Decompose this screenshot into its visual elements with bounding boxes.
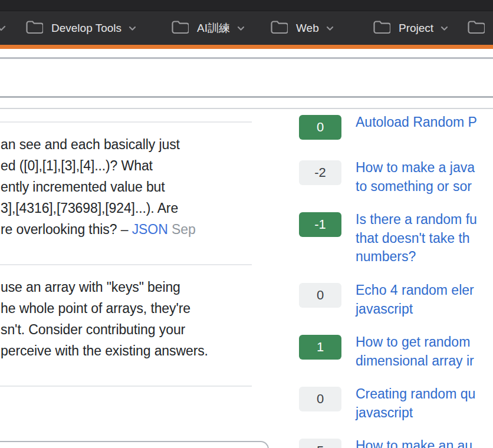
comment-text-line: 3],[4316],[73698],[924]...). Are bbox=[1, 197, 178, 219]
comment-text-line: he whole point of arrays, they're bbox=[1, 298, 190, 319]
text-editor-box[interactable] bbox=[0, 441, 269, 448]
comment-author-link[interactable]: JSON bbox=[132, 222, 168, 237]
chevron-down-icon bbox=[237, 26, 245, 31]
bookmark-folder-web[interactable]: Web bbox=[270, 11, 334, 45]
browser-window: { "bookmarks_bar": { "folders": [ {"labe… bbox=[0, 0, 493, 448]
comment-text: re overlooking this? – bbox=[1, 222, 132, 237]
comment-separator bbox=[0, 386, 252, 387]
related-question-link[interactable]: How to make a java to something or sor bbox=[356, 159, 493, 196]
score-badge: 1 bbox=[299, 335, 341, 360]
bookmarks-bar: Develop Tools AI訓練 Web Project bbox=[0, 11, 493, 45]
related-question-link[interactable]: How to get random dimensional array ir bbox=[356, 333, 493, 370]
folder-icon bbox=[270, 20, 288, 37]
comment-text-line: ed ([0],[1],[3],[4]...)? What bbox=[1, 155, 153, 176]
bookmark-folder-partial[interactable] bbox=[467, 11, 485, 45]
chevron-down-icon bbox=[129, 26, 136, 31]
accent-orange-bar bbox=[0, 45, 493, 49]
bookmark-folder-develop-tools[interactable]: Develop Tools bbox=[25, 11, 136, 45]
comment-text-line: re overlooking this? – JSON Sep bbox=[1, 219, 196, 240]
comment-text-line: an see and each basically just bbox=[1, 134, 180, 155]
chevron-down-icon bbox=[0, 23, 6, 34]
folder-icon bbox=[171, 20, 189, 37]
bookmark-folder-project[interactable]: Project bbox=[373, 11, 448, 45]
comment-text-line: sn't. Consider contributing your bbox=[1, 319, 185, 340]
bookmark-folder-label: Web bbox=[296, 22, 319, 35]
header-divider bbox=[0, 57, 493, 59]
comment-text-line: ently incremented value but bbox=[1, 176, 165, 197]
bookmark-folder-label: Develop Tools bbox=[51, 22, 121, 35]
comment-date: Sep bbox=[172, 222, 196, 237]
bookmark-folder-label: Project bbox=[399, 22, 433, 35]
bookmark-folder-ai-training[interactable]: AI訓練 bbox=[171, 11, 245, 45]
score-badge: 5 bbox=[299, 439, 341, 448]
score-badge: 0 bbox=[299, 283, 341, 308]
content-divider-bottom bbox=[0, 108, 493, 109]
chevron-down-icon bbox=[441, 26, 448, 31]
folder-icon bbox=[467, 20, 485, 37]
related-question-link[interactable]: Autoload Random P bbox=[356, 113, 493, 132]
score-badge: 0 bbox=[299, 387, 341, 411]
related-question-link[interactable]: Echo 4 random eler javascript bbox=[356, 281, 493, 318]
bookmark-folder-label: AI訓練 bbox=[197, 21, 230, 36]
comment-separator bbox=[0, 121, 252, 123]
window-titlebar bbox=[0, 0, 493, 11]
folder-icon bbox=[373, 20, 390, 37]
score-badge: 0 bbox=[299, 115, 341, 140]
content-divider-top bbox=[0, 96, 493, 98]
comment-separator bbox=[0, 264, 252, 265]
folder-icon bbox=[25, 20, 43, 37]
chevron-down-icon bbox=[326, 26, 334, 31]
comment-text-line: perceive with the existing answers. bbox=[1, 340, 208, 361]
related-question-link[interactable]: How to make an au bbox=[356, 437, 493, 448]
score-badge: -2 bbox=[299, 160, 341, 185]
score-badge: -1 bbox=[299, 212, 341, 237]
related-question-link[interactable]: Is there a random fu that doesn't take t… bbox=[356, 210, 493, 266]
comment-text-line: use an array with "keys" being bbox=[1, 276, 180, 298]
related-question-link[interactable]: Creating random qu javascript bbox=[356, 385, 493, 422]
